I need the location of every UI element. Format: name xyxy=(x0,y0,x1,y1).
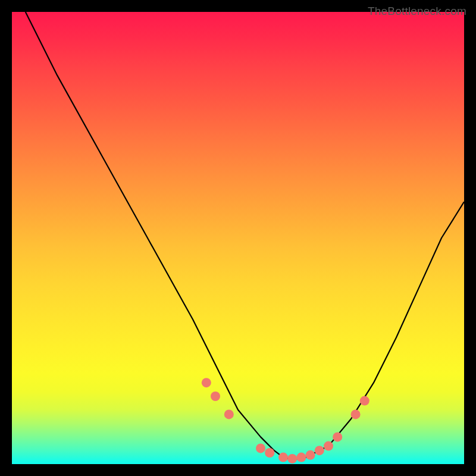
plot-area xyxy=(12,12,464,464)
marker-dot xyxy=(296,453,306,462)
marker-dot xyxy=(211,392,220,401)
bottleneck-curve xyxy=(26,12,464,459)
marker-dot xyxy=(351,409,361,419)
marker-dot xyxy=(265,448,274,458)
marker-dot xyxy=(224,409,234,419)
chart-svg xyxy=(12,12,464,464)
marker-group xyxy=(202,378,369,464)
marker-dot xyxy=(287,454,297,464)
marker-dot xyxy=(333,432,342,441)
marker-dot xyxy=(202,378,211,387)
marker-dot xyxy=(306,450,315,460)
marker-dot xyxy=(324,441,333,451)
marker-dot xyxy=(278,453,288,462)
marker-dot xyxy=(315,446,324,455)
marker-dot xyxy=(256,443,265,453)
marker-dot xyxy=(360,396,369,406)
watermark-text: TheBottleneck.com xyxy=(368,5,466,18)
chart-container: TheBottleneck.com xyxy=(0,0,476,476)
